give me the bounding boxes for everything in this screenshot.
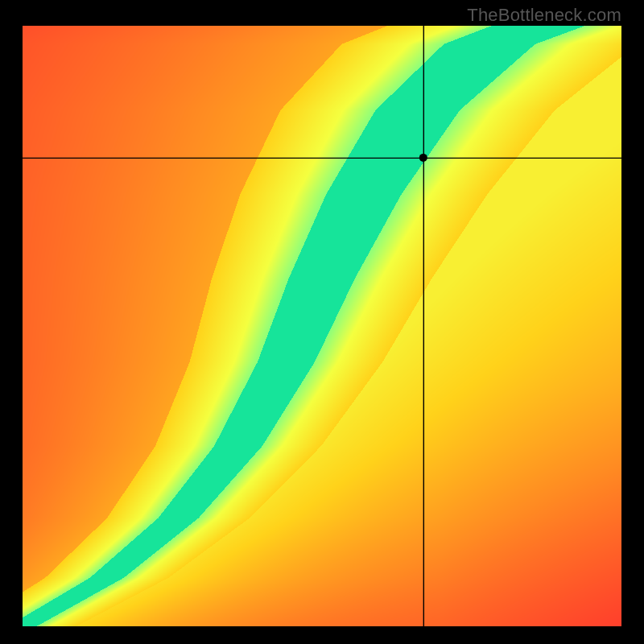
heatmap-canvas — [23, 26, 621, 626]
watermark-text: TheBottleneck.com — [467, 5, 621, 26]
chart-frame: TheBottleneck.com — [0, 0, 644, 644]
